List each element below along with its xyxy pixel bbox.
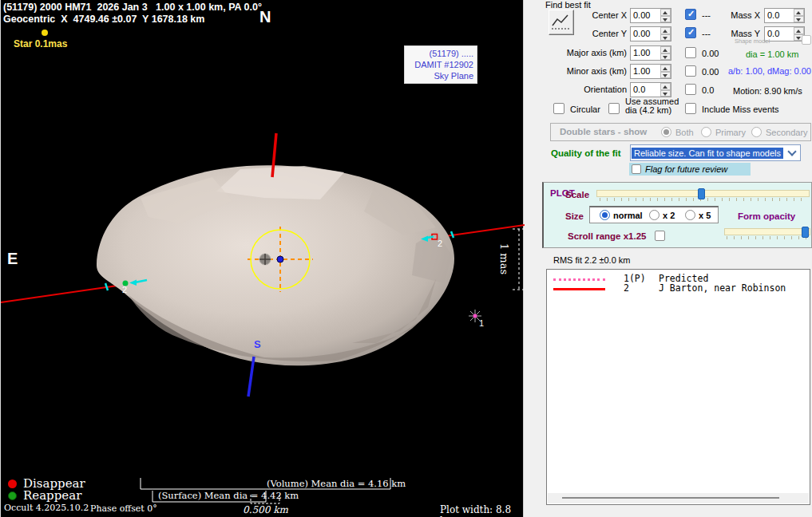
reappear-dot xyxy=(8,491,17,500)
scroll-range-label: Scroll range x1.25 xyxy=(568,231,646,241)
minor-axis-aux: 0.00 xyxy=(702,67,719,77)
fit-center-dot xyxy=(277,256,283,262)
scroll-range-checkbox[interactable] xyxy=(655,231,665,241)
observer-list-hscrollbar[interactable] xyxy=(548,493,809,503)
minor-axis-checkbox[interactable] xyxy=(685,65,696,77)
quality-of-fit-label: Quality of the fit xyxy=(551,148,621,158)
shape-model-infobox[interactable]: (51179) ..... DAMIT #12902 Sky Plane xyxy=(404,45,477,84)
phase-offset-label: Phase offset 0° xyxy=(90,503,157,514)
size-x2-label: x 2 xyxy=(663,211,675,220)
north-label: N xyxy=(259,8,271,26)
chord-tick xyxy=(105,283,108,290)
double-stars-secondary-radio xyxy=(751,127,762,137)
center-x-spinner[interactable]: 0.00 xyxy=(630,8,671,23)
chord-2-line-left xyxy=(1,284,129,302)
include-miss-checkbox[interactable] xyxy=(685,103,696,114)
east-label: E xyxy=(7,250,18,268)
form-opacity-ticks xyxy=(727,236,808,239)
motion-arrow xyxy=(427,237,434,239)
chord-tick xyxy=(451,231,454,238)
motion-readout: Motion: 8.90 km/s xyxy=(733,86,802,96)
plot-group: PLOT Scale Size normal x 2 x 5 Form opac… xyxy=(542,182,812,248)
double-stars-primary-label: Primary xyxy=(715,128,746,137)
form-opacity-track[interactable] xyxy=(724,228,810,235)
use-assumed-dia-checkbox[interactable] xyxy=(608,103,620,114)
infobox-damit-id: DAMIT #12902 xyxy=(408,59,473,70)
form-opacity-thumb[interactable] xyxy=(802,227,809,238)
reappear-label: Reappear xyxy=(23,488,81,503)
occult-fit-window: { "canvas": { "title_line1": "(51179) 20… xyxy=(0,0,812,517)
south-pole-axis xyxy=(248,357,254,397)
mass-x-label: Mass X xyxy=(723,10,760,20)
version-label: Occult 4.2025.10.2 xyxy=(4,503,89,513)
south-pole-label: S xyxy=(254,338,261,350)
minor-axis-value: 1.00 xyxy=(631,65,660,78)
orientation-checkbox[interactable] xyxy=(685,84,696,95)
sky-plane-canvas[interactable]: (51179) 2000 HM71 2026 Jan 3 1.00 x 1.00… xyxy=(0,0,524,517)
dia-readout: dia = 1.00 km xyxy=(746,49,798,59)
major-axis-value: 1.00 xyxy=(631,46,660,60)
mass-x-value: 0.0 xyxy=(765,9,794,22)
size-normal-label: normal xyxy=(613,211,643,220)
center-y-spinner[interactable]: 0.00 xyxy=(630,26,671,41)
size-x2-radio[interactable] xyxy=(649,210,660,220)
find-best-fit-title: Find best fit xyxy=(545,0,591,10)
shape-model-label: Shape model xyxy=(735,37,770,45)
center-y-flag: --- xyxy=(702,29,711,38)
km-scale-label: 0.500 km xyxy=(243,504,288,515)
center-x-flag: --- xyxy=(702,10,711,20)
minor-axis-spinner[interactable]: 1.00 xyxy=(630,64,671,79)
double-stars-label: Double stars - show xyxy=(560,127,647,136)
mass-y-spinner[interactable]: 0.0 xyxy=(764,26,805,41)
scale-slider-thumb[interactable] xyxy=(698,188,705,199)
size-label: Size xyxy=(565,211,584,221)
shape-model-checkbox[interactable] xyxy=(802,35,811,45)
orientation-spinner[interactable]: 0.0 xyxy=(630,82,671,97)
circular-checkbox[interactable] xyxy=(553,103,564,114)
minor-axis-label: Minor axis (km) xyxy=(547,66,627,76)
double-stars-both-label: Both xyxy=(675,128,694,137)
center-y-lock-checkbox[interactable] xyxy=(685,27,696,38)
major-axis-checkbox[interactable] xyxy=(685,47,696,58)
center-x-label: Center X xyxy=(547,10,627,20)
center-x-lock-checkbox[interactable] xyxy=(685,9,696,20)
use-assumed-line2: dia (4.2 km) xyxy=(625,105,671,115)
orientation-aux: 0.0 xyxy=(702,85,714,95)
star-size-label: Star 0.1mas xyxy=(14,38,67,49)
chevron-down-icon xyxy=(787,147,796,156)
major-axis-aux: 0.00 xyxy=(702,49,719,58)
flag-review-checkbox[interactable] xyxy=(632,164,641,174)
flag-review-strip: Flag for future review xyxy=(629,163,751,176)
mas-scale-label: 1 mas xyxy=(498,242,510,277)
circular-label: Circular xyxy=(570,105,600,114)
size-x5-label: x 5 xyxy=(699,211,711,220)
observer-list[interactable]: 1(P) Predicted 2 J Barton, near Robinson xyxy=(546,269,810,505)
use-assumed-dia-label: Use assumed dia (4.2 km) xyxy=(625,97,679,115)
infobox-asteroid-number: (51179) ..... xyxy=(408,48,473,59)
quality-selected-value: Reliable size. Can fit to shape models xyxy=(632,148,783,159)
disappear-dot xyxy=(8,480,17,488)
predicted-line-swatch xyxy=(553,278,605,281)
include-miss-label: Include Miss events xyxy=(702,105,779,114)
form-opacity-label: Form opacity xyxy=(738,211,795,221)
size-normal-radio[interactable] xyxy=(600,210,610,220)
mas-scale-bracket xyxy=(513,229,524,290)
rms-fit-readout: RMS fit 2.2 ±0.0 km xyxy=(553,255,631,265)
double-stars-primary-radio xyxy=(701,127,711,137)
major-axis-spinner[interactable]: 1.00 xyxy=(630,45,671,61)
plot-group-label: PLOT xyxy=(550,187,560,199)
quality-of-fit-dropdown[interactable]: Reliable size. Can fit to shape models xyxy=(630,144,801,161)
canvas-title-line2: Geocentric X 4749.46 ±0.07 Y 1678.18 km xyxy=(3,14,204,25)
predicted-star-label: 1 xyxy=(479,318,484,328)
double-stars-secondary-label: Secondary xyxy=(766,128,808,137)
scale-label: Scale xyxy=(565,190,589,199)
size-x5-radio[interactable] xyxy=(685,210,695,220)
plot-width-label: Plot width: 8.8 km xyxy=(440,504,523,517)
orientation-value: 0.0 xyxy=(631,83,660,97)
mass-x-spinner[interactable]: 0.0 xyxy=(764,8,805,23)
surface-dia-label: (Surface) Mean dia = 4.42 km xyxy=(158,490,299,501)
chord-2-line-swatch xyxy=(553,288,605,290)
center-y-value: 0.00 xyxy=(631,27,660,41)
ab-dmag-readout: a/b: 1.00, dMag: 0.00 xyxy=(728,66,811,76)
flag-review-label: Flag for future review xyxy=(645,164,727,174)
